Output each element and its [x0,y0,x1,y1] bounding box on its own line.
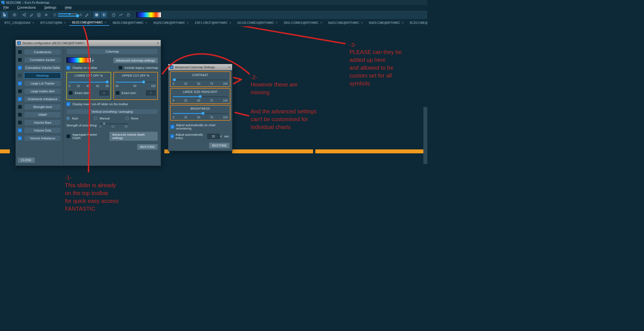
tab-6az0[interactable]: 6AZ0.CME@RITHMIC× [325,20,365,26]
lower-cutoff-slider[interactable] [69,81,109,83]
dialog-title: Studies configuration (6EZ0.CME@RITHMIC) [22,41,85,45]
close-icon[interactable]: × [105,21,106,24]
close-button[interactable]: CLOSE [18,158,35,163]
checkbox[interactable] [18,50,22,54]
exact-size-checkbox[interactable] [69,91,73,95]
lower-cutoff-box: LOWER CUT-OFF % 020406080 Exact size: [66,72,111,100]
study-candlesticks[interactable]: Candlesticks [24,49,61,55]
sun-icon[interactable] [53,12,57,18]
study-volume-imbalance[interactable]: Volume Imbalance [24,135,61,141]
auto-every-checkbox[interactable] [171,134,174,138]
restore-button[interactable]: RESTORE [137,144,158,150]
checkbox[interactable] [18,81,22,85]
target-icon[interactable] [11,12,18,18]
close-icon[interactable]: × [64,21,66,24]
tab-6bz0[interactable]: 6BZ0.CME@RITHMIC× [110,20,150,26]
checkbox[interactable] [18,58,22,62]
upper-cutoff-slider[interactable] [116,81,156,83]
price-scrollbar[interactable] [423,107,427,164]
checkbox[interactable] [18,66,22,70]
study-correlation[interactable]: Correlation tracker [24,57,61,63]
checkbox[interactable] [18,74,22,78]
link-icon[interactable] [43,12,49,18]
menu-help[interactable]: Help [65,6,72,10]
layers-icon[interactable] [36,12,42,18]
chart-icon[interactable] [118,12,124,18]
pencil-icon[interactable] [29,12,35,18]
dialog-title-bar[interactable]: ✕ Studies configuration (6EZ0.CME@RITHMI… [16,40,161,46]
cursor-tool-icon[interactable] [2,12,8,18]
menu-settings[interactable]: Settings [44,6,56,10]
checkbox[interactable] [18,89,22,93]
contrast-slider[interactable] [173,78,228,81]
crosshair-icon[interactable] [101,12,107,18]
study-volume-bars[interactable]: Volume Bars [24,119,61,126]
exact-size-input[interactable] [146,90,156,95]
checkbox[interactable] [18,97,22,101]
aggregate-depth-checkbox[interactable] [66,134,70,138]
tab-nqz0[interactable]: NQZ0.CME@RITHMIC× [150,20,191,26]
size-icon[interactable] [79,12,83,18]
exact-size-input[interactable] [99,90,109,95]
radio-manual[interactable] [94,117,97,120]
study-vwap[interactable]: VWAP [24,112,61,118]
close-icon[interactable]: × [320,21,322,24]
tab-6cz0[interactable]: 6CZ0.CME@RITHMIC× [407,20,427,26]
edit-icon[interactable] [84,12,90,18]
radio-auto[interactable] [66,117,70,120]
smoothing-strength-slider[interactable] [100,122,128,125]
study-heatmap[interactable]: Heatmap [24,72,61,79]
close-icon[interactable]: × [229,21,231,24]
study-strength[interactable]: Strength level [24,104,61,110]
colormap-gradient-select[interactable]: ▾ [66,57,94,64]
brightness-slider[interactable] [173,112,228,115]
close-icon[interactable]: × [361,21,363,24]
restore-button[interactable]: RESTORE [209,142,230,149]
close-icon[interactable]: × [32,21,34,24]
checkbox[interactable] [18,128,22,132]
close-icon[interactable]: × [187,21,188,24]
close-icon[interactable]: × [145,21,147,24]
display-lower-slider-checkbox[interactable] [66,102,70,106]
tab-zsf1[interactable]: ZSF1.CBOT@RITHMIC× [192,20,234,26]
tab-gcu0[interactable]: GCU0.COMEX@RITHMIC× [235,20,280,26]
chevron-down-icon[interactable]: ▾ [219,134,223,139]
tab-btcusdt-bn[interactable]: BTCUSDT@BN× [38,20,69,26]
brightness-slider[interactable] [58,12,78,17]
study-large-lot[interactable]: Large Lot Tracker [24,80,61,86]
auto-recenter-checkbox[interactable] [171,125,174,129]
share-icon[interactable] [21,12,27,18]
chevron-down-icon[interactable]: ▾ [91,57,94,64]
close-icon[interactable]: × [228,65,230,69]
checkbox[interactable] [18,113,22,117]
study-large-trades[interactable]: Large trades alert [24,88,61,94]
close-icon[interactable]: × [402,21,403,24]
advanced-depth-button[interactable]: Advanced market depth settings [109,132,158,141]
auto-every-select[interactable]: 10 [207,134,219,139]
menu-file[interactable]: File [3,6,9,10]
tab-6nz0[interactable]: 6NZ0.CME@RITHMIC× [366,20,407,26]
tab-6ez0[interactable]: 6EZ0.CME@RITHMIC× [69,20,109,26]
study-cvd[interactable]: Cumulative Volume Delta [24,65,61,71]
lock-icon[interactable] [125,12,131,18]
checkbox[interactable] [18,105,22,109]
study-volume-dots[interactable]: Volume Dots [24,127,61,133]
tab-btc-gdax[interactable]: BTC_USD@GDAX× [2,20,37,26]
exact-size-checkbox[interactable] [116,91,120,95]
stopwatch-icon[interactable] [111,12,117,18]
tab-sih1[interactable]: SIH1.COMEX@RITHMIC× [281,20,325,26]
close-icon[interactable]: × [276,21,277,24]
volume-dots-icon[interactable] [94,12,100,18]
colormap-gradient-select[interactable] [136,12,161,18]
checkbox[interactable] [18,121,22,125]
close-icon[interactable]: × [157,41,159,45]
dialog-title-bar[interactable]: ✕ Advanced Colormap Settings × [168,64,232,70]
menu-connections[interactable]: Connections [17,6,36,10]
radio-none[interactable] [125,117,129,120]
checkbox[interactable] [18,136,22,140]
display-toolbar-checkbox[interactable] [66,66,70,70]
advanced-colormap-button[interactable]: Advanced colormap settings [113,57,158,64]
study-orderbook-imbalance[interactable]: Orderbook Imbalance [24,96,61,102]
legacy-colormap-checkbox[interactable] [118,66,122,70]
large-size-slider[interactable] [173,95,228,98]
